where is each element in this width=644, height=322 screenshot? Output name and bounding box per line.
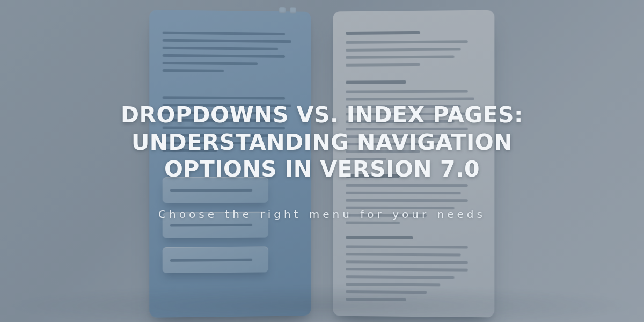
hero-subtitle: Choose the right menu for your needs	[158, 208, 486, 221]
hero-banner: DROPDOWNS VS. INDEX PAGES: UNDERSTANDING…	[0, 0, 644, 322]
hero-text: DROPDOWNS VS. INDEX PAGES: UNDERSTANDING…	[0, 0, 644, 322]
hero-title: DROPDOWNS VS. INDEX PAGES: UNDERSTANDING…	[121, 101, 523, 183]
